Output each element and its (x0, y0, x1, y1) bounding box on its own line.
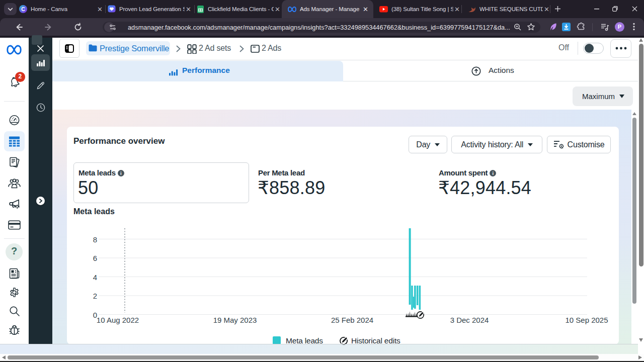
svg-text:C: C (21, 6, 25, 12)
